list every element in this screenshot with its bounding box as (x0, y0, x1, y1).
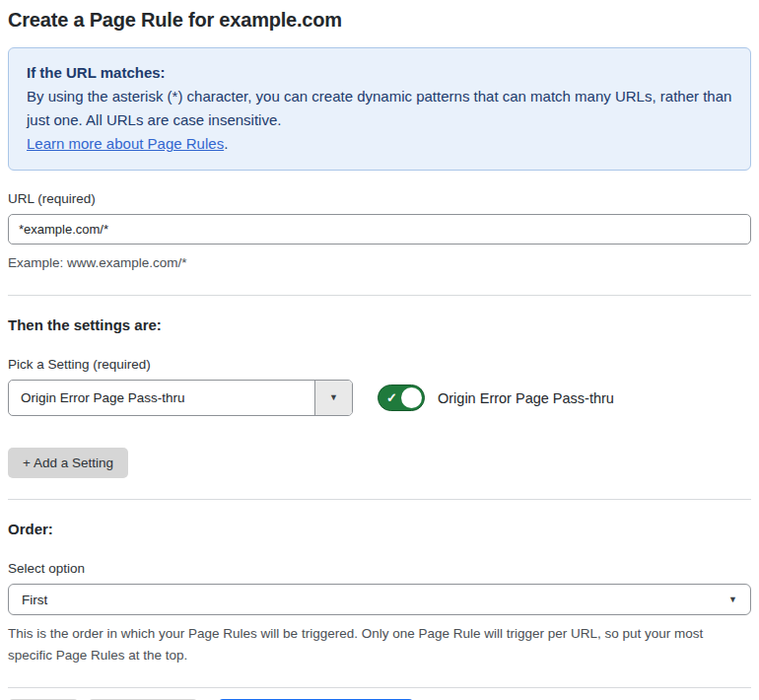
setting-select-arrow-button[interactable]: ▼ (314, 381, 352, 415)
setting-toggle[interactable]: ✓ (378, 385, 425, 411)
setting-select-value: Origin Error Page Pass-thru (9, 381, 314, 415)
check-icon: ✓ (386, 390, 397, 405)
add-setting-button[interactable]: + Add a Setting (8, 448, 128, 478)
setting-select[interactable]: Origin Error Page Pass-thru ▼ (8, 380, 353, 416)
url-input[interactable] (8, 214, 751, 245)
setting-row: Origin Error Page Pass-thru ▼ ✓ Origin E… (8, 380, 751, 416)
order-select-label: Select option (8, 561, 751, 576)
divider (8, 295, 751, 296)
url-example-text: Example: www.example.com/* (8, 252, 751, 274)
link-period: . (224, 135, 228, 152)
chevron-down-icon: ▼ (728, 595, 737, 604)
info-box-body: By using the asterisk (*) character, you… (27, 85, 732, 132)
order-select[interactable]: First ▼ (8, 584, 751, 615)
settings-section-heading: Then the settings are: (8, 316, 751, 333)
info-box-link-line: Learn more about Page Rules. (27, 132, 732, 156)
divider (8, 499, 751, 500)
divider (8, 687, 751, 688)
page-title: Create a Page Rule for example.com (8, 0, 751, 47)
info-box-heading: If the URL matches: (27, 61, 732, 85)
order-help-text: This is the order in which your Page Rul… (8, 623, 751, 666)
pick-setting-label: Pick a Setting (required) (8, 357, 751, 372)
page-rule-form: Create a Page Rule for example.com If th… (0, 0, 759, 700)
url-field-label: URL (required) (8, 191, 751, 206)
order-section-heading: Order: (8, 521, 751, 537)
toggle-knob (401, 387, 422, 408)
order-select-value: First (22, 593, 47, 607)
url-match-info-box: If the URL matches: By using the asteris… (8, 47, 751, 171)
learn-more-link[interactable]: Learn more about Page Rules (27, 135, 224, 152)
chevron-down-icon: ▼ (329, 393, 338, 402)
toggle-label: Origin Error Page Pass-thru (438, 390, 614, 406)
